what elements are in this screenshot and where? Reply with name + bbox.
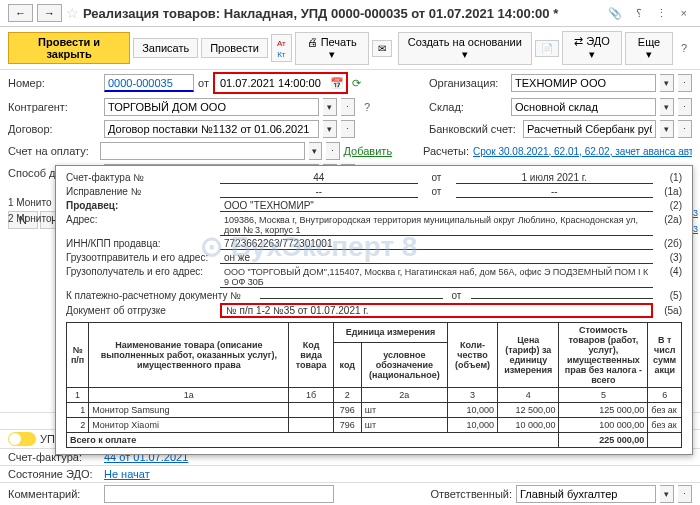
close-icon[interactable]: × [676, 5, 692, 21]
comment-input[interactable] [104, 485, 334, 503]
resp-input[interactable] [516, 485, 656, 503]
bl-drop[interactable]: ▾ [309, 142, 322, 160]
b-drop[interactable]: ▾ [660, 120, 674, 138]
number-label: Номер: [8, 77, 100, 89]
calcs-link[interactable]: Срок 30.08.2021, 62.01, 62.02, зачет ава… [473, 146, 692, 157]
add-link[interactable]: Добавить [344, 145, 393, 157]
help-icon[interactable]: ⸮ [631, 5, 647, 22]
w-pick[interactable]: ⋅ [678, 98, 692, 116]
table-row: 1Монитор Samsung796шт10,00012 500,00125 … [67, 403, 682, 418]
resp-label: Ответственный: [430, 488, 512, 500]
contract-label: Договор: [8, 123, 100, 135]
sf-label: Счет-фактура № [66, 172, 216, 183]
bl-pick[interactable]: ⋅ [326, 142, 339, 160]
edo-button[interactable]: ⇄ ЭДО ▾ [562, 31, 622, 65]
back-button[interactable]: ← [8, 4, 33, 22]
org-label: Организация: [429, 77, 507, 89]
c-pick[interactable]: ⋅ [341, 98, 355, 116]
edo-status-link[interactable]: Не начат [104, 468, 150, 480]
attach-icon[interactable]: 📎 [603, 5, 627, 22]
bank-label: Банковский счет: [429, 123, 519, 135]
from-label: от [198, 77, 209, 89]
org-drop[interactable]: ▾ [660, 74, 674, 92]
forward-button[interactable]: → [37, 4, 62, 22]
ct-drop[interactable]: ▾ [323, 120, 337, 138]
upd-toggle[interactable] [8, 432, 36, 446]
calcs-label: Расчеты: [423, 145, 469, 157]
favorite-icon[interactable]: ☆ [66, 5, 79, 21]
calendar-icon[interactable]: 📅 [330, 77, 344, 89]
invoice-panel: Счет-фактура №44от1 июля 2021 г.(1) Испр… [55, 165, 693, 455]
date-highlight: 📅 [213, 72, 348, 94]
bill-label: Счет на оплату: [8, 145, 96, 157]
table-row: 2Монитор Xiaomi796шт10,00010 000,00100 0… [67, 418, 682, 433]
warehouse-input[interactable] [511, 98, 656, 116]
post-close-button[interactable]: Провести и закрыть [8, 32, 130, 64]
more-icon[interactable]: ⋮ [651, 5, 672, 22]
save-button[interactable]: Записать [133, 38, 198, 58]
edo-icon-button[interactable]: 📄 [535, 40, 559, 57]
help2-icon[interactable]: ? [676, 40, 692, 56]
org-pick[interactable]: ⋅ [678, 74, 692, 92]
print-button[interactable]: 🖨 Печать ▾ [295, 32, 369, 65]
bill-input[interactable] [100, 142, 305, 160]
ct-pick[interactable]: ⋅ [341, 120, 355, 138]
bank-input[interactable] [523, 120, 656, 138]
post-button[interactable]: Провести [201, 38, 268, 58]
mail-button[interactable]: ✉ [372, 40, 392, 57]
more-button[interactable]: Еще ▾ [625, 32, 673, 65]
create-based-button[interactable]: Создать на основании ▾ [398, 32, 532, 65]
repeat-icon[interactable]: ⟳ [352, 77, 361, 90]
dtkt-button[interactable]: АтКт [271, 34, 292, 62]
window-title: Реализация товаров: Накладная, УПД 0000-… [83, 6, 599, 21]
b-pick[interactable]: ⋅ [678, 120, 692, 138]
invoice-table: № п/п Наименование товара (описание выпо… [66, 322, 682, 448]
contract-input[interactable] [104, 120, 319, 138]
date-input[interactable] [217, 74, 327, 92]
r-drop[interactable]: ▾ [660, 485, 674, 503]
org-input[interactable] [511, 74, 656, 92]
number-input[interactable] [104, 74, 194, 92]
edo-status-label: Состояние ЭДО: [8, 468, 100, 480]
c-drop[interactable]: ▾ [323, 98, 337, 116]
w-drop[interactable]: ▾ [660, 98, 674, 116]
contractor-label: Контрагент: [8, 101, 100, 113]
contractor-info-icon[interactable]: ? [359, 99, 375, 115]
comment-label: Комментарий: [8, 488, 100, 500]
background-rows: 1 Монито 2 Монито [8, 195, 51, 227]
r-pick[interactable]: ⋅ [678, 485, 692, 503]
warehouse-label: Склад: [429, 101, 507, 113]
contractor-input[interactable] [104, 98, 319, 116]
